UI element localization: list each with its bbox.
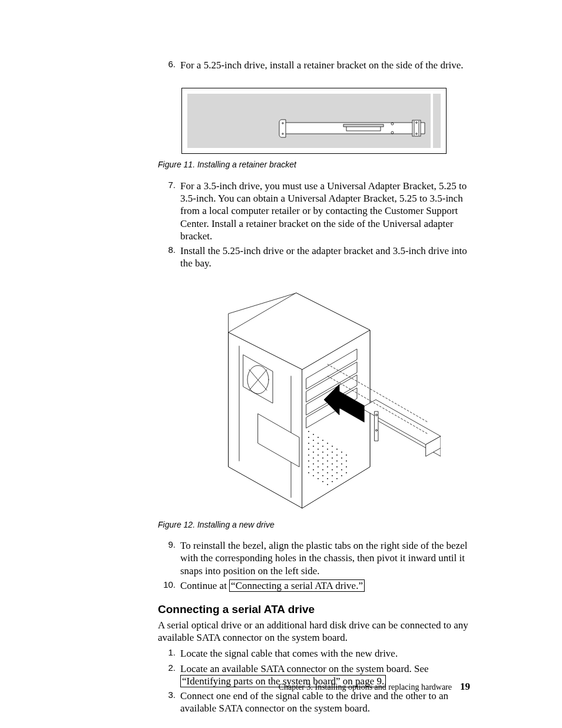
step-9: 9. To reinstall the bezel, align the pla… <box>158 539 470 577</box>
svg-point-59 <box>346 472 347 473</box>
svg-point-69 <box>313 463 314 465</box>
step-marker: 3. <box>158 690 180 701</box>
svg-point-25 <box>313 434 314 435</box>
svg-point-30 <box>336 449 338 450</box>
section-heading-connecting-sata: Connecting a serial ATA drive <box>158 602 470 617</box>
svg-point-60 <box>308 454 309 456</box>
svg-point-85 <box>327 484 328 485</box>
svg-point-65 <box>332 469 333 470</box>
substep-1: 1. Locate the signal cable that comes wi… <box>158 647 470 660</box>
step-text: Locate the signal cable that comes with … <box>180 647 470 660</box>
svg-point-77 <box>318 472 319 473</box>
svg-point-37 <box>327 449 328 450</box>
svg-point-70 <box>318 466 319 467</box>
step-text-pre: Locate an available SATA connector on th… <box>180 663 429 674</box>
svg-point-33 <box>308 437 309 438</box>
svg-point-71 <box>322 469 323 470</box>
svg-point-61 <box>313 457 314 459</box>
step-10: 10. Continue at “Connecting a serial ATA… <box>158 579 470 592</box>
step-marker: 10. <box>158 579 180 591</box>
svg-point-32 <box>346 454 347 456</box>
svg-point-64 <box>327 466 328 467</box>
figure-11-caption: Figure 11. Installing a retainer bracket <box>158 160 470 170</box>
svg-point-31 <box>341 452 342 453</box>
svg-point-24 <box>308 431 309 432</box>
svg-point-58 <box>341 469 342 470</box>
svg-point-38 <box>332 452 333 453</box>
svg-point-27 <box>322 440 323 441</box>
svg-point-26 <box>318 437 319 438</box>
svg-point-47 <box>332 457 333 459</box>
step-marker: 8. <box>158 245 180 256</box>
svg-point-82 <box>313 475 314 476</box>
figure-12-art <box>158 290 470 514</box>
step-8: 8. Install the 5.25-inch drive or the ad… <box>158 245 470 270</box>
svg-point-63 <box>322 463 323 465</box>
step-text: For a 3.5-inch drive, you must use a Uni… <box>180 180 470 242</box>
step-marker: 9. <box>158 539 180 551</box>
step-text: To reinstall the bezel, align the plasti… <box>180 539 470 577</box>
svg-point-28 <box>327 443 328 444</box>
svg-point-54 <box>322 457 323 459</box>
svg-point-79 <box>327 478 328 479</box>
svg-rect-2 <box>433 94 441 148</box>
svg-point-73 <box>332 475 333 476</box>
svg-point-45 <box>322 452 323 453</box>
svg-point-67 <box>341 475 342 476</box>
step-7: 7. For a 3.5-inch drive, you must use a … <box>158 180 470 242</box>
svg-point-78 <box>322 475 323 476</box>
svg-point-68 <box>308 460 309 462</box>
svg-point-48 <box>336 460 338 462</box>
svg-point-51 <box>308 449 309 450</box>
svg-point-42 <box>308 443 309 444</box>
section-lead: A serial optical drive or an additional … <box>158 619 470 644</box>
svg-point-57 <box>336 466 338 467</box>
svg-point-84 <box>322 481 323 482</box>
svg-point-76 <box>313 469 314 470</box>
svg-point-66 <box>336 472 338 473</box>
step-marker: 7. <box>158 180 180 191</box>
figure-12-caption: Figure 12. Installing a new drive <box>158 520 470 531</box>
svg-point-50 <box>346 466 347 467</box>
step-text-pre: Continue at <box>180 580 229 591</box>
svg-rect-9 <box>412 120 421 136</box>
svg-point-40 <box>341 457 342 459</box>
svg-point-49 <box>341 463 342 465</box>
svg-point-52 <box>313 452 314 453</box>
svg-point-43 <box>313 446 314 447</box>
svg-point-55 <box>327 460 328 462</box>
footer-chapter: Chapter 3. Installing options and replac… <box>279 682 452 693</box>
step-marker: 1. <box>158 647 180 658</box>
svg-point-72 <box>327 472 328 473</box>
svg-point-36 <box>322 446 323 447</box>
svg-point-81 <box>308 472 309 473</box>
step-marker: 2. <box>158 663 180 674</box>
svg-point-34 <box>313 440 314 441</box>
footer-page-number: 19 <box>460 680 470 693</box>
step-text: For a 5.25-inch drive, install a retaine… <box>180 59 470 71</box>
svg-point-41 <box>346 460 347 462</box>
svg-point-80 <box>332 481 333 482</box>
svg-point-46 <box>327 454 328 456</box>
figure-11-art <box>158 88 470 154</box>
install-drive-illustration <box>187 290 441 514</box>
step-text: Connect one end of the signal cable to t… <box>180 690 470 715</box>
svg-point-74 <box>336 478 338 479</box>
page-footer: Chapter 3. Installing options and replac… <box>279 680 470 693</box>
svg-point-62 <box>318 460 319 462</box>
step-text: Continue at “Connecting a serial ATA dri… <box>180 579 470 592</box>
svg-point-75 <box>308 466 309 467</box>
svg-rect-6 <box>343 124 384 127</box>
step-marker: 6. <box>158 59 180 70</box>
step-text: Install the 5.25-inch drive or the adapt… <box>180 245 470 270</box>
svg-point-35 <box>318 443 319 444</box>
svg-point-29 <box>332 446 333 447</box>
retainer-bracket-illustration <box>181 88 447 154</box>
svg-point-83 <box>318 478 319 479</box>
xref-connecting-sata[interactable]: “Connecting a serial ATA drive.” <box>229 579 365 592</box>
svg-point-44 <box>318 449 319 450</box>
svg-point-53 <box>318 454 319 456</box>
svg-point-39 <box>336 454 338 456</box>
substep-3: 3. Connect one end of the signal cable t… <box>158 690 470 715</box>
svg-rect-1 <box>187 94 431 148</box>
